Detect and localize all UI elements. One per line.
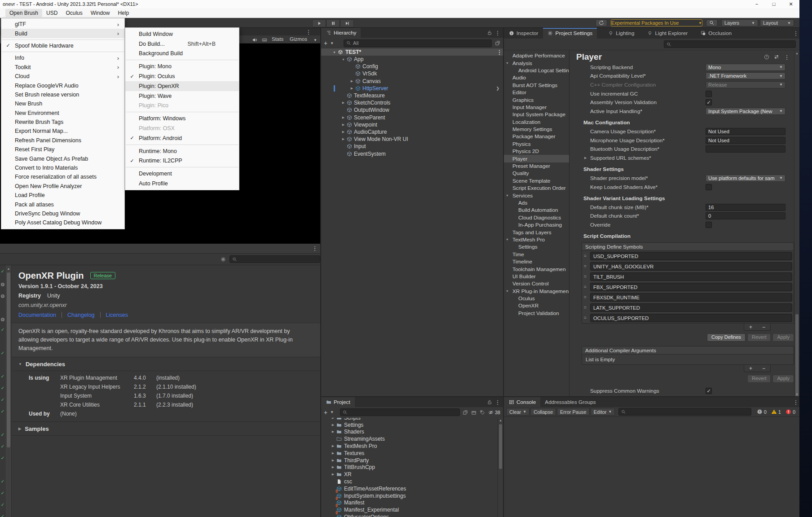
settings-category-openxr[interactable]: OpenXR [504,302,569,309]
hierarchy-node-httpserver[interactable]: ▶HttpServer❯ [321,85,503,92]
chevron-down-icon[interactable]: ▼ [313,38,317,42]
label-filter-icon[interactable] [480,409,485,415]
menu-item-runtime-il2cpp[interactable]: ✓Runtime: IL2CPP [125,156,239,166]
foldout-closed-icon[interactable]: ▶ [340,130,346,134]
project-item-csc[interactable]: csc [321,478,498,485]
settings-category-tags-and-layers[interactable]: Tags and Layers [504,228,569,236]
remove-icon[interactable]: − [762,324,765,330]
settings-category-in-app-purchasing[interactable]: In-App Purchasing [504,221,569,228]
add-icon[interactable]: + [749,365,752,372]
kebab-menu-icon[interactable]: ⋮ [783,54,790,60]
hierarchy-node-eventsystem[interactable]: EventSystem [321,150,503,157]
clear-button[interactable]: Clear▼ [506,408,530,416]
drag-handle-icon[interactable]: = [584,264,588,269]
menu-item-replace-googlevr-audio[interactable]: Replace GoogleVR Audio [1,81,124,90]
gear-icon[interactable] [220,256,226,262]
foldout-closed-icon[interactable]: ▶ [330,451,336,455]
menu-item-plugin-mono[interactable]: Plugin: Mono [125,61,239,71]
checkbox-override[interactable] [706,222,712,228]
foldout-closed-icon[interactable]: ▶ [330,423,336,427]
settings-category-oculus[interactable]: Oculus [504,295,569,302]
settings-category-cloud-diagnostics[interactable]: Cloud Diagnostics [504,214,569,221]
menu-item-runtime-mono[interactable]: Runtime: Mono [125,146,239,156]
apply-button[interactable]: Apply [772,333,794,342]
collapse-button[interactable]: Collapse [530,408,556,416]
define-symbol-field[interactable]: TILT_BRUSH [590,272,792,281]
tab-project[interactable]: Project [321,397,355,407]
drag-handle-icon[interactable]: = [584,295,588,300]
menu-item-auto-profile[interactable]: Auto Profile [125,179,239,188]
menu-item-save-game-object-as-prefab[interactable]: Save Game Object As Prefab [1,154,124,163]
foldout-closed-icon[interactable]: ▶ [340,116,346,119]
drag-handle-icon[interactable]: = [584,305,588,310]
menu-item-drivesync-debug-window[interactable]: DriveSync Debug Window [1,209,124,218]
mute-audio-icon[interactable] [252,37,257,43]
project-item-thirdparty[interactable]: ▶ThirdParty [321,457,498,464]
define-symbol-field[interactable]: OCULUS_SUPPORTED [590,314,792,322]
step-button[interactable] [340,19,354,27]
foldout-open-icon[interactable]: ▼ [506,289,509,293]
project-item-settings[interactable]: ▶Settings [321,421,498,429]
foldout-open-icon[interactable]: ▼ [506,194,509,197]
settings-category-burst-aot-settings[interactable]: Burst AOT Settings [504,82,569,89]
menu-item-spoof-mobile-hardware[interactable]: ✓Spoof Mobile Hardware [1,41,124,50]
settings-category-input-system-package[interactable]: Input System Package [504,111,569,118]
menu-item-new-brush[interactable]: New Brush [1,99,124,108]
package-search-input[interactable] [229,255,320,263]
menu-item-cloud[interactable]: Cloud› [1,72,124,81]
foldout-closed-icon[interactable]: ▶ [349,87,355,90]
menu-item-platform-windows[interactable]: Platform: Windows [125,114,239,123]
menu-item-reset-first-play[interactable]: Reset First Play [1,145,124,154]
project-item-inputsystem-inputsettings[interactable]: {}InputSystem.inputsettings [321,492,498,499]
hierarchy-node-outputwindow[interactable]: OutputWindow [321,106,503,114]
settings-category-physics-2d[interactable]: Physics 2D [504,148,569,155]
settings-scrollbar[interactable]: ▲ ▼ [794,50,799,397]
foldout-closed-icon[interactable]: ▶ [340,123,346,127]
menu-item-new-environment[interactable]: New Environment [1,109,124,118]
settings-category-toolchain-managemen[interactable]: Toolchain Managemen [504,265,569,272]
menu-item-background-build[interactable]: Background Build [125,49,239,59]
menubar-item-oculus[interactable]: Oculus [62,9,86,17]
define-symbol-field[interactable]: FBXSDK_RUNTIME [590,293,792,302]
menu-item-do-build[interactable]: Do Build...Shift+Alt+B [125,39,239,49]
info-count-badge[interactable]: 0 [755,409,768,415]
settings-category-analysis[interactable]: ▼Analysis [504,59,569,66]
project-item-manifest[interactable]: {}Manifest [321,499,498,507]
menubar-item-help[interactable]: Help [114,9,133,17]
warning-count-badge[interactable]: 1 [769,409,783,415]
project-item-textures[interactable]: ▶Textures [321,450,498,457]
menu-item-rewrite-brush-tags[interactable]: Rewrite Brush Tags [1,118,124,127]
revert-button[interactable]: Revert [747,375,771,383]
settings-search-input[interactable] [664,40,796,48]
dropdown-active-input-handling[interactable]: Input System Package (New▼ [706,108,786,115]
foldout-closed-icon[interactable]: ▶ [584,156,590,160]
menu-item-plugin-openxr[interactable]: Plugin: OpenXR [125,81,239,91]
minimize-button[interactable]: − [748,0,765,8]
settings-category-graphics[interactable]: Graphics [504,96,569,103]
hierarchy-node-canvas[interactable]: ▶Canvas [321,78,503,85]
kebab-menu-icon[interactable]: ⋮ [494,399,501,405]
foldout-closed-icon[interactable]: ▶ [330,465,336,469]
link-documentation[interactable]: Documentation [18,312,62,318]
settings-category-audio[interactable]: Audio [504,74,569,81]
foldout-closed-icon[interactable]: ▶ [330,430,336,434]
project-item-shaders[interactable]: ▶Shaders [321,429,498,436]
lock-icon[interactable] [486,399,492,405]
add-button[interactable]: + [324,39,327,47]
foldout-open-icon[interactable]: ▼ [506,61,509,65]
tab-project-settings[interactable]: Project Settings [543,28,597,39]
settings-category-physics[interactable]: Physics [504,140,569,148]
drag-handle-icon[interactable]: = [584,274,588,279]
hierarchy-search-input[interactable]: All [344,39,492,47]
menu-item-load-profile[interactable]: Load Profile [1,191,124,200]
revert-button[interactable]: Revert [747,333,771,342]
chevron-down-icon[interactable]: ▼ [330,41,334,45]
tab-addressables-groups[interactable]: Addressables Groups [540,397,600,407]
hierarchy-node-audiocapture[interactable]: ▶AudioCapture [321,128,503,136]
maximize-button[interactable]: □ [765,0,782,8]
settings-category-adaptive-performance[interactable]: Adaptive Performance [504,52,569,59]
menu-item-toolkit[interactable]: Toolkit› [1,63,124,72]
text-field-default-chunk-size-mb[interactable]: 16 [706,204,786,211]
drag-handle-icon[interactable]: = [584,285,588,289]
hierarchy-node-config[interactable]: Config [321,63,503,70]
